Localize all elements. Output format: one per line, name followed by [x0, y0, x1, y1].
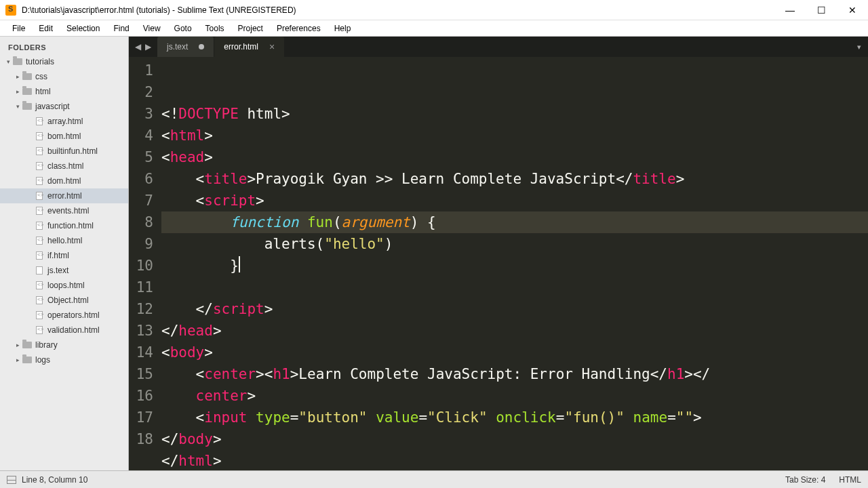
status-tabsize[interactable]: Tab Size: 4 [785, 475, 825, 485]
code-file-icon [34, 176, 45, 186]
close-button[interactable]: ✕ [837, 0, 868, 20]
file-loops-html[interactable]: loops.html [0, 278, 128, 293]
file-label: dom.html [47, 176, 81, 186]
code-file-icon [34, 161, 45, 171]
code-file-icon [34, 131, 45, 141]
status-syntax[interactable]: HTML [839, 475, 861, 485]
file-label: function.html [47, 221, 94, 230]
file-label: builtinfun.html [47, 146, 98, 156]
file-label: validation.html [47, 325, 100, 335]
chevron-right-icon: ▸ [14, 357, 22, 363]
status-position[interactable]: Line 8, Column 10 [22, 475, 87, 485]
folder-label: javascript [35, 102, 70, 111]
maximize-button[interactable]: ☐ [806, 0, 837, 20]
status-bar: Line 8, Column 10 Tab Size: 4 HTML [0, 470, 868, 488]
menu-bar: File Edit Selection Find View Goto Tools… [0, 20, 868, 37]
menu-project[interactable]: Project [231, 22, 270, 35]
file-array-html[interactable]: array.html [0, 114, 128, 129]
file-error-html[interactable]: error.html [0, 188, 128, 203]
file-validation-html[interactable]: validation.html [0, 323, 128, 338]
file-bom-html[interactable]: bom.html [0, 129, 128, 144]
file-label: class.html [47, 161, 83, 171]
folder-library[interactable]: ▸ library [0, 338, 128, 352]
file-class-html[interactable]: class.html [0, 159, 128, 174]
file-operators-html[interactable]: operators.html [0, 308, 128, 323]
file-label: bom.html [47, 131, 81, 141]
line-gutter: 123456789 101112131415161718 [129, 57, 161, 470]
folder-icon [22, 340, 33, 350]
code-file-icon [34, 310, 45, 320]
file-events-html[interactable]: events.html [0, 203, 128, 218]
file-if-html[interactable]: if.html [0, 248, 128, 263]
file-label: Object.html [47, 296, 89, 305]
menu-selection[interactable]: Selection [60, 22, 106, 35]
sidebar: FOLDERS ▾ tutorials ▸ css ▸ html ▾ javas… [0, 37, 129, 470]
window-title: D:\tutorials\javascript\error.html (tuto… [22, 5, 774, 15]
folder-label: logs [35, 355, 50, 365]
tab-nav-back-icon[interactable]: ◀ [133, 42, 143, 52]
window-titlebar: D:\tutorials\javascript\error.html (tuto… [0, 0, 868, 20]
chevron-right-icon: ▸ [14, 342, 22, 348]
file-function-html[interactable]: function.html [0, 218, 128, 233]
menu-file[interactable]: File [5, 22, 32, 35]
menu-edit[interactable]: Edit [32, 22, 60, 35]
file-dom-html[interactable]: dom.html [0, 174, 128, 188]
code-file-icon [34, 146, 45, 156]
folder-css[interactable]: ▸ css [0, 69, 128, 84]
code-file-icon [34, 325, 45, 335]
editor-area: ◀ ▶ js.text error.html × ▾ 123456789 101… [129, 37, 868, 470]
file-hello-html[interactable]: hello.html [0, 233, 128, 248]
file-label: if.html [47, 251, 69, 260]
code-file-icon [34, 191, 45, 201]
code-content[interactable]: <!DOCTYPE html> <html> <head> <title>Pra… [161, 57, 868, 470]
file-label: events.html [47, 206, 89, 216]
menu-preferences[interactable]: Preferences [270, 22, 328, 35]
folder-icon [22, 102, 33, 111]
menu-help[interactable]: Help [328, 22, 358, 35]
code-file-icon [34, 206, 45, 216]
folder-icon [12, 57, 23, 66]
menu-tools[interactable]: Tools [199, 22, 231, 35]
file-label: js.text [47, 266, 68, 275]
code-editor[interactable]: 123456789 101112131415161718 <!DOCTYPE h… [129, 57, 868, 470]
close-icon[interactable]: × [269, 42, 275, 52]
folder-label: tutorials [26, 57, 54, 66]
folder-icon [22, 72, 33, 81]
chevron-down-icon: ▾ [4, 58, 12, 65]
folder-label: css [35, 72, 47, 81]
file-js-text[interactable]: js.text [0, 263, 128, 278]
menu-goto[interactable]: Goto [167, 22, 199, 35]
file-label: operators.html [47, 310, 100, 320]
folder-javascript[interactable]: ▾ javascript [0, 99, 128, 114]
folder-html[interactable]: ▸ html [0, 84, 128, 99]
folder-icon [22, 355, 33, 365]
panel-toggle-icon[interactable] [7, 476, 16, 484]
window-controls: — ☐ ✕ [774, 0, 868, 20]
folder-logs[interactable]: ▸ logs [0, 352, 128, 367]
code-file-icon [34, 117, 45, 126]
code-file-icon [34, 296, 45, 305]
tab-label: js.text [167, 42, 188, 52]
menu-find[interactable]: Find [106, 22, 136, 35]
tab-error-html[interactable]: error.html × [214, 37, 284, 57]
folder-label: library [35, 340, 58, 350]
folder-label: html [35, 87, 51, 96]
tab-label: error.html [224, 42, 258, 52]
file-label: hello.html [47, 236, 82, 245]
folder-tree: ▾ tutorials ▸ css ▸ html ▾ javascript ar… [0, 54, 128, 367]
chevron-right-icon: ▸ [14, 73, 22, 80]
sidebar-header: FOLDERS [0, 41, 128, 54]
minimize-button[interactable]: — [774, 0, 806, 20]
tab-nav-forward-icon[interactable]: ▶ [143, 42, 153, 52]
file-builtinfun-html[interactable]: builtinfun.html [0, 144, 128, 159]
folder-tutorials[interactable]: ▾ tutorials [0, 54, 128, 69]
app-icon [5, 5, 16, 16]
code-file-icon [34, 236, 45, 245]
tab-bar: ◀ ▶ js.text error.html × ▾ [129, 37, 868, 57]
tab-js-text[interactable]: js.text [157, 37, 214, 57]
tab-overflow-icon[interactable]: ▾ [850, 43, 868, 52]
file-label: loops.html [47, 281, 85, 290]
menu-view[interactable]: View [136, 22, 167, 35]
file-icon [34, 266, 45, 275]
file-Object-html[interactable]: Object.html [0, 293, 128, 308]
